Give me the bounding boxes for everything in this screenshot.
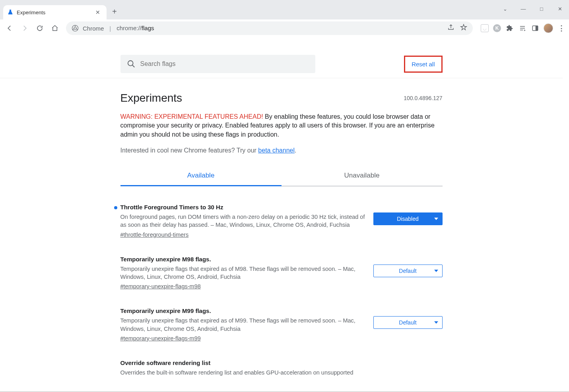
flag-title: Temporarily unexpire M99 flags. [120, 307, 365, 314]
flag-title: Override software rendering list [120, 359, 365, 366]
side-panel-icon[interactable] [531, 24, 540, 33]
flag-description: On foreground pages, run DOM timers with… [120, 213, 365, 229]
tab-unavailable[interactable]: Unavailable [282, 166, 443, 186]
extension-icon-2[interactable]: K [493, 24, 501, 33]
extensions-puzzle-icon[interactable] [505, 24, 514, 33]
flag-state-select[interactable]: Disabled [373, 212, 443, 225]
flag-anchor-link[interactable]: #throttle-foreground-timers [120, 232, 189, 238]
version-label: 100.0.4896.127 [404, 95, 442, 101]
home-button[interactable] [49, 22, 61, 35]
reading-list-icon[interactable] [518, 24, 527, 33]
bookmark-star-icon[interactable] [460, 24, 467, 33]
extension-icon-1[interactable]: ◡ [481, 24, 489, 32]
url-protocol: chrome:// [117, 25, 142, 31]
beta-channel-link[interactable]: beta channel [258, 147, 295, 154]
flag-item: Throttle Foreground Timers to 30 HzOn fo… [120, 204, 443, 238]
page-viewport: Reset all Experiments 100.0.4896.127 WAR… [0, 37, 563, 391]
tab-title: Experiments [17, 10, 90, 15]
page-title: Experiments [120, 92, 443, 104]
beta-channel-line: Interested in cool new Chrome features? … [120, 147, 443, 154]
browser-tab[interactable]: Experiments ✕ [3, 5, 107, 19]
flag-anchor-link[interactable]: #temporary-unexpire-flags-m98 [120, 283, 201, 290]
header-divider [0, 78, 563, 78]
flask-icon [7, 9, 14, 15]
new-tab-button[interactable]: + [107, 4, 122, 19]
address-bar[interactable]: Chrome | chrome://flags [66, 21, 473, 35]
chrome-menu-icon[interactable]: ⋮ [557, 24, 566, 33]
toolbar: Chrome | chrome://flags ◡ K ⋮ [0, 19, 569, 37]
tab-list: Available Unavailable [120, 166, 443, 186]
forward-button[interactable] [18, 22, 31, 35]
url-separator: | [109, 25, 111, 32]
flag-title: Temporarily unexpire M98 flags. [120, 256, 365, 263]
flag-anchor-link[interactable]: #temporary-unexpire-flags-m99 [120, 335, 201, 342]
flag-item: Temporarily unexpire M98 flags.Temporari… [120, 256, 443, 290]
flag-state-select[interactable]: Default [373, 316, 443, 329]
tab-strip: Experiments ✕ + ⌄ ― □ ✕ [0, 0, 569, 19]
close-window-button[interactable]: ✕ [551, 6, 569, 12]
warning-text: WARNING: EXPERIMENTAL FEATURES AHEAD! By… [120, 112, 443, 139]
svg-rect-3 [536, 26, 538, 31]
tab-available[interactable]: Available [120, 166, 282, 186]
svg-point-4 [128, 61, 133, 66]
window-controls: ⌄ ― □ ✕ [496, 5, 569, 19]
chrome-icon [72, 25, 79, 32]
search-input[interactable] [140, 60, 309, 68]
url-label: Chrome [83, 25, 104, 32]
url-path: flags [142, 25, 154, 31]
reset-all-button[interactable]: Reset all [405, 57, 441, 71]
reset-all-highlight: Reset all [404, 56, 442, 73]
flag-item: Temporarily unexpire M99 flags.Temporari… [120, 307, 443, 342]
back-button[interactable] [3, 22, 16, 35]
flag-title: Throttle Foreground Timers to 30 Hz [120, 204, 365, 210]
flag-description: Overrides the built-in software renderin… [120, 369, 365, 377]
maximize-button[interactable]: □ [532, 6, 551, 12]
search-flags-box[interactable] [120, 55, 315, 73]
flag-description: Temporarily unexpire flags that expired … [120, 317, 365, 333]
tab-search-caret-icon[interactable]: ⌄ [496, 6, 514, 12]
flag-item: Override software rendering listOverride… [120, 359, 443, 377]
close-tab-icon[interactable]: ✕ [93, 8, 103, 16]
flag-state-select[interactable]: Default [373, 265, 443, 277]
flag-description: Temporarily unexpire flags that expired … [120, 265, 365, 281]
search-icon [127, 60, 136, 68]
svg-point-1 [74, 27, 76, 29]
share-icon[interactable] [447, 24, 454, 33]
profile-avatar[interactable] [544, 23, 553, 33]
minimize-button[interactable]: ― [514, 6, 532, 12]
warning-prefix: WARNING: EXPERIMENTAL FEATURES AHEAD! [120, 113, 263, 120]
reload-button[interactable] [33, 22, 46, 35]
